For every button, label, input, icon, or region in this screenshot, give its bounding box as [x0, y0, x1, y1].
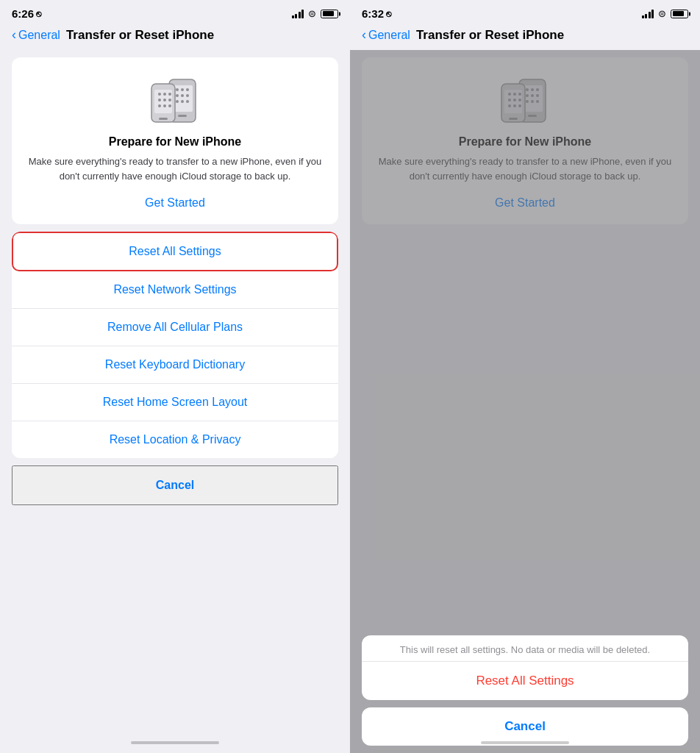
signal-icon-right [642, 10, 654, 18]
home-indicator-right [350, 735, 700, 753]
page-title-right: Transfer or Reset iPhone [416, 28, 564, 43]
location-arrow-right: ⎋ [386, 9, 391, 19]
svg-point-22 [163, 104, 166, 107]
reset-all-settings-destructive-button[interactable]: Reset All Settings [362, 662, 688, 700]
action-sheet-content: This will reset all settings. No data or… [362, 635, 688, 746]
status-icons-left: ⊜ [292, 8, 339, 19]
svg-rect-14 [159, 118, 168, 120]
back-label-left: General [18, 29, 60, 42]
nav-bar-right: ‹ General Transfer or Reset iPhone [350, 24, 700, 50]
home-pill-left [131, 741, 219, 744]
reset-location-label: Reset Location & Privacy [110, 433, 241, 446]
page-title-left: Transfer or Reset iPhone [66, 28, 214, 43]
prepare-card-left: Prepare for New iPhone Make sure everyth… [12, 57, 338, 224]
back-label-right: General [368, 29, 410, 42]
action-sheet-message: This will reset all settings. No data or… [362, 635, 688, 662]
nav-bar-left: ‹ General Transfer or Reset iPhone [0, 24, 350, 50]
cancel-label-left: Cancel [156, 479, 194, 492]
back-button-left[interactable]: ‹ General [12, 27, 60, 43]
time-right: 6:32 ⎋ [362, 7, 391, 20]
content-left: Prepare for New iPhone Make sure everyth… [0, 50, 350, 735]
action-sheet-group: This will reset all settings. No data or… [362, 635, 688, 700]
wifi-icon-left: ⊜ [308, 8, 316, 19]
svg-point-11 [186, 100, 189, 103]
time-left: 6:26 ⎋ [12, 7, 41, 20]
svg-point-7 [181, 94, 184, 97]
status-bar-right: 6:32 ⎋ ⊜ [350, 0, 700, 24]
svg-point-3 [176, 88, 179, 91]
left-panel: 6:26 ⎋ ⊜ ‹ General Transfer or Reset iPh… [0, 0, 350, 753]
svg-point-8 [186, 94, 189, 97]
svg-point-16 [163, 93, 166, 96]
svg-point-10 [181, 100, 184, 103]
svg-point-15 [158, 93, 161, 96]
svg-point-23 [168, 104, 171, 107]
back-button-right[interactable]: ‹ General [362, 27, 410, 43]
svg-point-5 [186, 88, 189, 91]
chevron-left-icon-right: ‹ [362, 27, 366, 43]
cancel-bar-left: Cancel [12, 465, 338, 505]
prepare-desc-left: Make sure everything's ready to transfer… [26, 154, 324, 183]
reset-network-settings-label: Reset Network Settings [113, 283, 236, 296]
status-icons-right: ⊜ [642, 8, 689, 19]
chevron-left-icon: ‹ [12, 27, 16, 43]
reset-home-screen-label: Reset Home Screen Layout [103, 396, 248, 409]
svg-point-21 [158, 104, 161, 107]
cancel-label-right: Cancel [504, 719, 546, 734]
time-text-right: 6:32 [362, 7, 384, 20]
svg-point-6 [176, 94, 179, 97]
svg-point-17 [168, 93, 171, 96]
get-started-button-left[interactable]: Get Started [145, 193, 205, 213]
status-bar-left: 6:26 ⎋ ⊜ [0, 0, 350, 24]
time-text-left: 6:26 [12, 7, 34, 20]
reset-network-settings-button[interactable]: Reset Network Settings [12, 271, 338, 309]
location-arrow-left: ⎋ [36, 9, 41, 19]
remove-cellular-plans-button[interactable]: Remove All Cellular Plans [12, 309, 338, 346]
battery-icon-left [321, 10, 338, 18]
reset-location-privacy-button[interactable]: Reset Location & Privacy [12, 421, 338, 458]
options-list-left: Reset All Settings Reset Network Setting… [12, 232, 338, 458]
prepare-title-left: Prepare for New iPhone [109, 135, 242, 149]
svg-point-20 [168, 99, 171, 101]
home-pill-right [481, 741, 569, 744]
svg-point-9 [176, 100, 179, 103]
wifi-icon-right: ⊜ [658, 8, 666, 19]
cancel-button-left[interactable]: Cancel [12, 465, 338, 505]
reset-home-screen-button[interactable]: Reset Home Screen Layout [12, 384, 338, 421]
right-panel: 6:32 ⎋ ⊜ ‹ General Transfer or Reset iPh… [350, 0, 700, 753]
svg-point-19 [163, 99, 166, 101]
battery-icon-right [671, 10, 688, 18]
svg-point-18 [158, 99, 161, 101]
phone-transfer-icon-left [146, 75, 204, 126]
reset-all-settings-button[interactable]: Reset All Settings [12, 232, 338, 271]
destructive-label: Reset All Settings [476, 674, 574, 688]
svg-rect-2 [178, 115, 187, 117]
signal-icon-left [292, 10, 304, 18]
remove-cellular-label: Remove All Cellular Plans [107, 321, 243, 334]
home-indicator-left [0, 735, 350, 753]
reset-keyboard-dictionary-button[interactable]: Reset Keyboard Dictionary [12, 346, 338, 384]
svg-point-4 [181, 88, 184, 91]
reset-keyboard-label: Reset Keyboard Dictionary [105, 358, 245, 371]
reset-all-settings-label: Reset All Settings [129, 245, 221, 258]
